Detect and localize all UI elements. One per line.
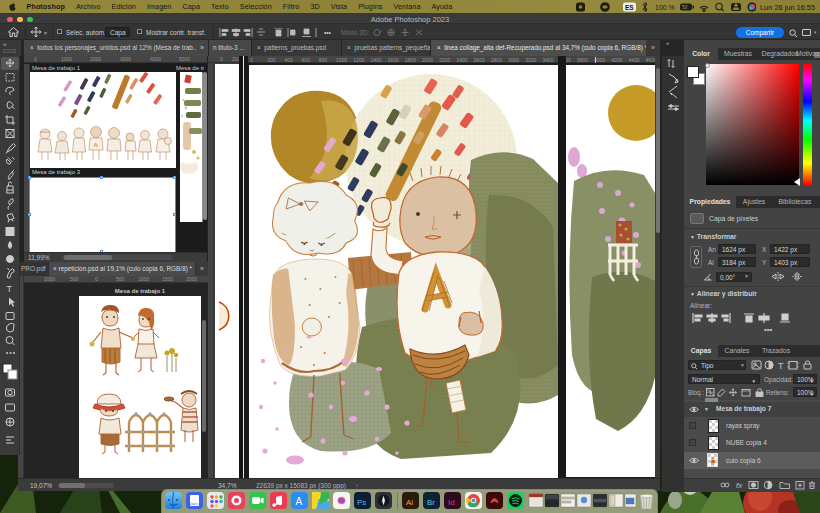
svg-text:Ps: Ps (357, 498, 366, 507)
svg-text:ES: ES (625, 4, 634, 11)
svg-text:A: A (296, 496, 303, 507)
svg-text:A: A (94, 142, 99, 148)
svg-text:T: T (778, 361, 784, 371)
svg-text:Ai: Ai (406, 498, 413, 507)
svg-text:Docs: Docs (189, 501, 198, 506)
svg-text:T: T (7, 284, 13, 294)
svg-text:52: 52 (682, 5, 688, 10)
svg-text:fx: fx (736, 481, 743, 490)
svg-text:Id: Id (448, 498, 455, 507)
svg-text:Br: Br (427, 498, 435, 507)
svg-text:100 %: 100 % (655, 4, 675, 11)
